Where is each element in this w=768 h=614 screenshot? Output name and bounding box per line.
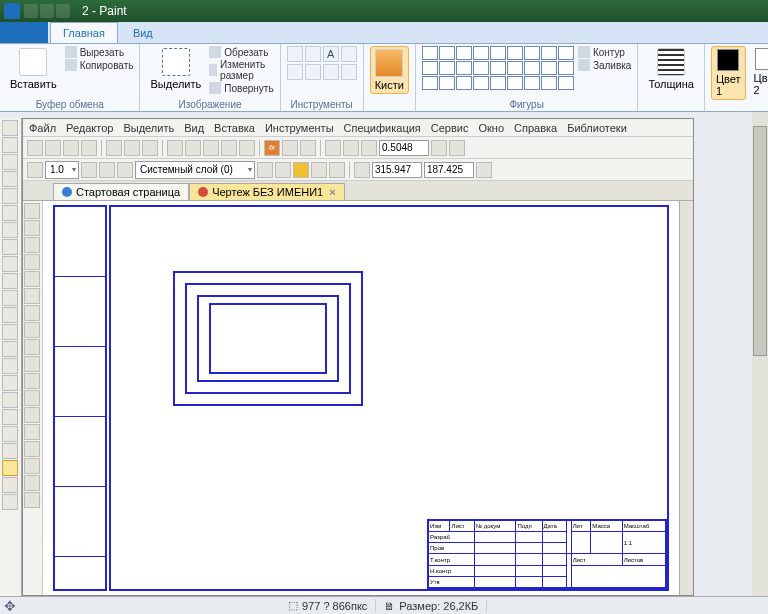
inner-toolbar-1: fx (23, 137, 693, 159)
fillshape-icon (578, 59, 590, 71)
group-image: Выделить Обрезать Изменить размер Поверн… (140, 44, 280, 111)
select-label: Выделить (150, 78, 201, 90)
group-label-clipboard: Буфер обмена (6, 98, 133, 111)
eraser-icon[interactable] (341, 46, 357, 62)
menu-help[interactable]: Справка (514, 122, 557, 134)
group-size: Толщина (638, 44, 705, 111)
color1-label: Цвет 1 (716, 73, 741, 97)
status-position: ⬚ 977 ? 866пкс (280, 599, 376, 612)
menu-service[interactable]: Сервис (431, 122, 469, 134)
open-icon[interactable] (45, 140, 61, 156)
save-icon[interactable] (24, 4, 38, 18)
select-button[interactable]: Выделить (146, 46, 205, 92)
group-label-shapes: Фигуры (422, 98, 632, 111)
scale-combo[interactable]: 1.0 (45, 161, 79, 179)
crop-button[interactable]: Обрезать (209, 46, 273, 58)
outer-vertical-scrollbar[interactable] (752, 112, 768, 596)
tools-grid: A (287, 46, 357, 80)
fx-icon[interactable]: fx (264, 140, 280, 156)
start-page-icon (62, 187, 72, 197)
rect-tool-icon[interactable] (2, 460, 18, 476)
size-button[interactable]: Толщина (644, 46, 698, 92)
shapes-gallery[interactable] (422, 46, 574, 90)
select-icon (162, 48, 190, 76)
tab-view[interactable]: Вид (120, 22, 166, 43)
copy-button[interactable]: Копировать (65, 59, 134, 71)
resize-icon (209, 64, 217, 76)
window-title: 2 - Paint (82, 4, 127, 18)
color2-swatch (755, 48, 768, 70)
dim-field[interactable] (379, 140, 429, 156)
menu-spec[interactable]: Спецификация (344, 122, 421, 134)
paste-button[interactable]: Вставить (6, 46, 61, 92)
title-block: ИзмЛист№ докумПодпДатаЛитМассаМасштаб Ра… (427, 519, 667, 589)
menu-tools[interactable]: Инструменты (265, 122, 334, 134)
file-menu-button[interactable] (0, 22, 48, 43)
ribbon-tab-strip: Главная Вид (0, 22, 768, 44)
group-brushes: Кисти (364, 44, 416, 111)
magnifier-icon[interactable] (305, 64, 321, 80)
shape-fill-button[interactable]: Заливка (578, 59, 632, 71)
move-cursor-icon (4, 598, 20, 614)
group-shapes: Контур Заливка Фигуры (416, 44, 639, 111)
group-label-tools: Инструменты (287, 98, 357, 111)
paste-icon (19, 48, 47, 76)
scrollbar-thumb[interactable] (753, 126, 767, 356)
close-tab-icon[interactable]: × (329, 186, 335, 198)
menu-file[interactable]: Файл (29, 122, 56, 134)
brushes-button[interactable]: Кисти (370, 46, 409, 94)
drawing-icon (198, 187, 208, 197)
brushes-label: Кисти (375, 79, 404, 91)
group-colors: Цвет 1 Цвет 2 (705, 44, 768, 111)
window-titlebar: 2 - Paint (0, 0, 768, 22)
text-icon[interactable]: A (323, 46, 339, 62)
drawing-canvas[interactable]: ИзмЛист№ докумПодпДатаЛитМассаМасштаб Ра… (43, 201, 679, 595)
fill-icon[interactable] (305, 46, 321, 62)
new-icon[interactable] (27, 140, 43, 156)
menu-window[interactable]: Окно (478, 122, 504, 134)
color1-swatch (717, 49, 739, 71)
print-icon[interactable] (81, 140, 97, 156)
layer-combo[interactable]: Системный слой (0) (135, 161, 255, 179)
menu-insert[interactable]: Вставка (214, 122, 255, 134)
tab-start-page[interactable]: Стартовая страница (53, 183, 189, 200)
tab-home[interactable]: Главная (50, 22, 118, 43)
group-label-image: Изображение (146, 98, 273, 111)
color2-button[interactable]: Цвет 2 (750, 46, 768, 98)
save-icon[interactable] (63, 140, 79, 156)
cut-button[interactable]: Вырезать (65, 46, 134, 58)
copy-icon (65, 59, 77, 71)
undo-icon[interactable] (40, 4, 54, 18)
cut-icon (65, 46, 77, 58)
color1-button[interactable]: Цвет 1 (711, 46, 746, 100)
crop-icon (209, 46, 221, 58)
inner-vertical-scrollbar[interactable] (679, 201, 693, 595)
tab-drawing[interactable]: Чертеж БЕЗ ИМЕНИ1 × (189, 183, 344, 200)
brush-icon (375, 49, 403, 77)
menu-select[interactable]: Выделить (123, 122, 174, 134)
pencil-icon[interactable] (287, 46, 303, 62)
zoom-icon[interactable] (325, 140, 341, 156)
menu-libs[interactable]: Библиотеки (567, 122, 627, 134)
redo-icon[interactable] (56, 4, 70, 18)
dimensions-icon: ⬚ (288, 599, 298, 612)
size-icon (657, 48, 685, 76)
quick-access-toolbar (24, 4, 70, 18)
group-tools: A Инструменты (281, 44, 364, 111)
inner-toolbar-2: 1.0 Системный слой (0) (23, 159, 693, 181)
size-label: Толщина (648, 78, 694, 90)
inner-cad-window: Файл Редактор Выделить Вид Вставка Инстр… (22, 118, 694, 596)
menu-edit[interactable]: Редактор (66, 122, 113, 134)
coord-x-field[interactable] (372, 162, 422, 178)
coord-y-field[interactable] (424, 162, 474, 178)
shape-outline-button[interactable]: Контур (578, 46, 632, 58)
picker-icon[interactable] (287, 64, 303, 80)
menu-view[interactable]: Вид (184, 122, 204, 134)
drawing-content: ИзмЛист№ докумПодпДатаЛитМассаМасштаб Ра… (43, 201, 679, 595)
rotate-button[interactable]: Повернуть (209, 82, 273, 94)
outline-icon (578, 46, 590, 58)
resize-button[interactable]: Изменить размер (209, 59, 273, 81)
color2-label: Цвет 2 (754, 72, 768, 96)
filesize-icon: 🗎 (384, 600, 395, 612)
system-menu-icon[interactable] (4, 3, 20, 19)
